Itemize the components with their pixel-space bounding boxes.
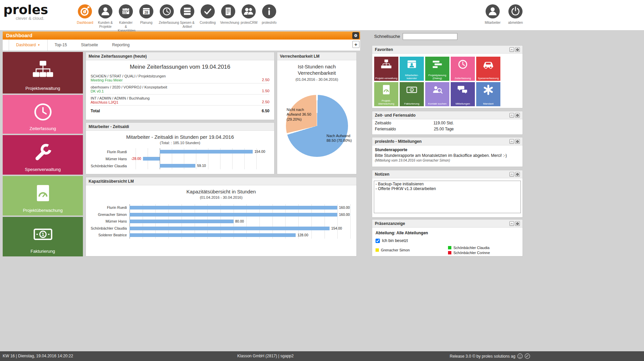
- nav-controlling[interactable]: Controlling: [200, 4, 216, 33]
- nav-abmelden[interactable]: abmelden: [506, 4, 525, 25]
- panel-settings-button[interactable]: [515, 113, 520, 118]
- message-meta: (Mitteilung vom 19.04.2016 von Grenacher…: [375, 159, 520, 162]
- dashboard-settings-button[interactable]: [352, 32, 359, 39]
- tab-top-15[interactable]: Top-15: [48, 40, 74, 51]
- chart-category-label: Grenacher Simon: [86, 213, 130, 217]
- saldo-value: 25.00 Tage: [424, 127, 454, 131]
- verrechenbarkeit-pie-chart: [286, 95, 348, 157]
- tabs: Dashboard▼ Top-15 Startseite Reporting: [3, 40, 360, 51]
- footer-release: Release 3.0 © by proles solutions ag: [450, 351, 530, 361]
- panel-settings-button[interactable]: [515, 172, 520, 177]
- time-entry[interactable]: SCHOEN / STRAT / QUALI / Projektsitzunge…: [91, 72, 269, 83]
- legend-name: Grenacher Simon: [381, 248, 410, 252]
- panel-settings-button[interactable]: [515, 221, 520, 226]
- favorite-kontakt-suchen[interactable]: Kontakt suchen: [425, 82, 449, 106]
- minimize-button[interactable]: −: [509, 113, 514, 118]
- gear-icon: [516, 114, 519, 117]
- message-body: Stundenrapporte Bitte Stundenrapporte am…: [372, 145, 523, 164]
- panel-favoriten: Favoriten − Projekt-verwaltung Mitarbeit…: [372, 45, 523, 108]
- proles-mark-icon[interactable]: [525, 353, 530, 359]
- panel-header: Verrechenbarkeit LM: [277, 52, 356, 60]
- minimize-button[interactable]: −: [509, 139, 514, 144]
- nav-kunden-projekte[interactable]: Kunden & Projekte: [97, 4, 113, 33]
- panel-settings-button[interactable]: [515, 139, 520, 144]
- tab-label: Top-15: [55, 43, 67, 47]
- chart-title: Kapazitätsübersicht in Stunden: [86, 185, 356, 194]
- favorite-projekt-verwaltung[interactable]: Projekt-verwaltung: [374, 57, 398, 81]
- favorite-mitteilungen[interactable]: Mitteilungen: [451, 82, 475, 106]
- tile-spesenverwaltung[interactable]: Spesenverwaltung: [3, 135, 83, 175]
- tab-label: Dashboard: [16, 43, 36, 47]
- favorite-projekt-ueberwachung[interactable]: Projekt-überwachung: [374, 82, 398, 106]
- besetzt-checkbox[interactable]: [376, 239, 380, 243]
- calendar-28-icon: 28: [139, 4, 154, 19]
- nav-label: Dashboard: [77, 21, 93, 25]
- total-label: Total: [91, 109, 100, 113]
- minimize-button[interactable]: −: [509, 47, 514, 52]
- page-title: Dashboard: [3, 32, 360, 40]
- saldo-label: Zeitsaldo: [375, 121, 424, 125]
- legend-name: Schönbächler Claudia: [453, 246, 490, 250]
- nav-label: Planung: [138, 21, 154, 25]
- tab-startseite[interactable]: Startseite: [74, 40, 105, 51]
- nav-label: Verrechnung: [220, 21, 236, 25]
- quick-search-input[interactable]: [403, 33, 457, 40]
- besetzt-row: Ich bin besetzt: [372, 235, 523, 243]
- time-entry[interactable]: INT / ADMIN / ADMIN / Buchhaltung Abschl…: [91, 95, 269, 106]
- total-value: 6.50: [262, 109, 269, 113]
- chart-subtitle: (Total: : 185.10 Stunden): [86, 140, 274, 145]
- tile-fakturierung[interactable]: 1 Fakturierung: [3, 217, 83, 256]
- chart-value-label: 128.00: [297, 233, 308, 237]
- favorite-spesenerfassung[interactable]: Spesenerfassung: [476, 57, 500, 81]
- notes-textarea[interactable]: - Backup-Tape initialisieren - Offerte P…: [374, 181, 521, 213]
- tab-reporting[interactable]: Reporting: [105, 40, 137, 51]
- nav-mitarbeiter[interactable]: Mitarbeiter: [484, 4, 502, 25]
- favorite-fakturierung[interactable]: 1 Fakturierung: [400, 82, 424, 106]
- svg-text:1: 1: [42, 232, 44, 237]
- logo-text: proles: [3, 3, 44, 17]
- tile-projektverwaltung[interactable]: Projektverwaltung: [3, 52, 83, 94]
- tile-label: Projektverwaltung: [3, 86, 83, 91]
- chart-rows: Flurin Ruedi154.00Mürner Hans-28.00Schön…: [86, 148, 274, 169]
- legend-column: Grenacher Simon: [376, 248, 410, 253]
- nav-spesen-artikel[interactable]: Spesen & Artikel: [179, 4, 195, 33]
- chart-row: Schönbächler Claudia59.10: [86, 162, 274, 169]
- favorite-projektplanung[interactable]: Projektplanung (Dialog): [425, 57, 449, 81]
- quick-search-label: Schnellsuche: [374, 34, 400, 39]
- tile-projektueberwachung[interactable]: Projektüberwachung: [3, 176, 83, 216]
- time-entry[interactable]: oberhoserv / 2020 / VORPROJ / Konzeptarb…: [91, 83, 269, 95]
- smiley-icon[interactable]: [517, 353, 523, 359]
- nav-prolesinfo[interactable]: prolesInfo: [261, 4, 277, 33]
- zeiterfassungen-title: Meine Zeiterfassungen vom 19.04.2016: [86, 60, 274, 72]
- tab-dashboard[interactable]: Dashboard▼: [9, 40, 48, 51]
- chart-value-label: 80.00: [235, 219, 244, 223]
- nav-dashboard[interactable]: Dashboard: [77, 4, 93, 33]
- person-icon: [485, 4, 500, 19]
- clock-icon: [33, 102, 53, 122]
- minimize-button[interactable]: −: [509, 221, 514, 226]
- panel-zeit-feriensaldo: Zeit- und Feriensaldo − Zeitsaldo 119.00…: [372, 111, 523, 135]
- favorite-mandant[interactable]: Mandant: [476, 82, 500, 106]
- favorite-label: Zeiterfassung: [451, 77, 474, 80]
- pie-slice-name: Nicht nach Aufwand: [287, 108, 304, 116]
- nav-prolescrm[interactable]: prolesCRM: [241, 4, 257, 33]
- nav-verrechnung[interactable]: Verrechnung: [220, 4, 236, 33]
- zeitsaldi-bar-chart: Flurin Ruedi154.00Mürner Hans-28.00Schön…: [86, 148, 274, 169]
- favorite-mitarbeiter-kalender[interactable]: Mitarbeiter-kalender: [400, 57, 424, 81]
- favorite-label: Spesenerfassung: [477, 77, 500, 80]
- nav-zeiterfassung[interactable]: Zeiterfassung: [159, 4, 175, 33]
- nav-kalender-kapazitaeten[interactable]: Kalender & Kapazitäten: [118, 4, 134, 33]
- add-tab-button[interactable]: +: [352, 41, 359, 48]
- tile-zeiterfassung[interactable]: Zeiterfassung: [3, 95, 83, 134]
- chart-category-label: Schönbächler Claudia: [86, 164, 130, 168]
- chart-category-label: Flurin Ruedi: [86, 150, 130, 154]
- favorites-grid: Projekt-verwaltung Mitarbeiter-kalender …: [372, 54, 523, 106]
- nav-planung[interactable]: 28 Planung: [138, 4, 154, 33]
- minimize-button[interactable]: −: [509, 172, 514, 177]
- nav-label: Kunden & Projekte: [97, 21, 113, 29]
- favorite-zeiterfassung[interactable]: Zeiterfassung: [451, 57, 475, 81]
- panel-settings-button[interactable]: [515, 47, 520, 52]
- two-people-icon: [241, 4, 256, 19]
- nav-label: prolesInfo: [261, 21, 277, 25]
- time-entries: SCHOEN / STRAT / QUALI / Projektsitzunge…: [86, 72, 274, 106]
